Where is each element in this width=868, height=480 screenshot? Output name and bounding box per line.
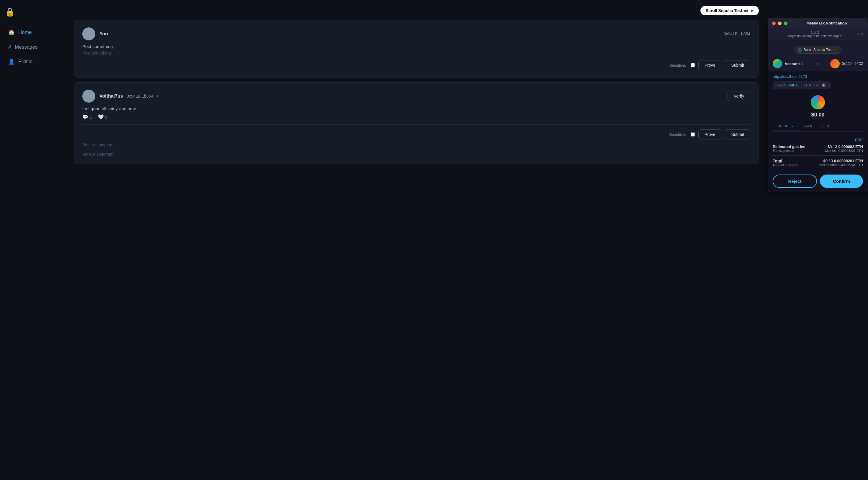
mm-body: http://localhost:5173 0x229...04C2 : LIK… [768, 71, 868, 138]
likes-count: 0 [105, 115, 108, 119]
mm-nav-last-icon[interactable]: » [861, 32, 864, 37]
comment-prove-button[interactable]: Prove [699, 129, 722, 139]
write-comment-input[interactable]: Write a comment [82, 142, 750, 147]
mm-nav-row: 1 of 2 requests waiting to be acknowledg… [768, 28, 868, 40]
metamask-panel: MetaMask Notification 1 of 2 requests wa… [768, 18, 868, 192]
comment-content: feel good all shiny and new [82, 106, 750, 111]
sidebar-item-home[interactable]: 🏠 Home [5, 26, 60, 39]
comment-header: Volthai7us 0x941B...b854 • Verify [82, 90, 750, 103]
mm-total-max-eth: 0.00008201 ETH [838, 163, 863, 167]
comment-author-address: 0x941B...b854 [127, 94, 153, 98]
mm-nav-info: 1 of 2 requests waiting to be acknowledg… [788, 31, 841, 38]
mm-fee-label: Estimated gas fee [773, 145, 805, 149]
mm-fee-max-eth: 0.00008201 ETH [838, 149, 863, 153]
mm-tabs: DETAILS DATA HEX [773, 122, 863, 131]
network-button[interactable]: Scroll Sepolia Testnet ▶ [701, 6, 759, 15]
post-meta: 💬 1 🤍 0 [82, 114, 750, 120]
mm-total-usd: $0.13 [824, 159, 833, 163]
prove-button[interactable]: Prove [699, 60, 722, 70]
write-comment-placeholder: Write a comment [82, 152, 750, 157]
mm-title: MetaMask Notification [790, 21, 864, 25]
mm-info-icon[interactable]: ℹ [822, 83, 826, 87]
sidebar-logo-icon: 🔒 [5, 7, 60, 17]
traffic-light-green[interactable] [784, 22, 787, 25]
mm-account-from: Account 1 [773, 59, 803, 68]
post-author-row: You [82, 27, 108, 40]
mm-total-max: Max amount: 0.00008201 ETH [819, 163, 863, 167]
mm-fee-max: Max fee: 0.00008201 ETH [825, 149, 863, 153]
mm-account-to-avatar [830, 59, 840, 68]
network-button-arrow: ▶ [751, 8, 753, 13]
mm-fee-value: $0.13 0.000082 ETH [825, 145, 863, 149]
mm-footer: Reject Confirm [768, 170, 868, 192]
sidebar-item-messages[interactable]: # Messages [5, 41, 60, 53]
mm-network-label: Scroll Sepolia Testnet [803, 48, 837, 52]
mm-account-arrow-icon: → [814, 61, 819, 67]
confirm-button[interactable]: Confirm [820, 174, 863, 188]
comment-icon: 💬 [82, 114, 88, 120]
network-button-label: Scroll Sepolia Testnet [706, 8, 748, 13]
mm-tab-details[interactable]: DETAILS [773, 122, 798, 131]
mm-nav-info-line2: requests waiting to be acknowledged [788, 34, 841, 38]
post-title: Post something [82, 44, 750, 49]
verify-button[interactable]: Verify [727, 91, 750, 101]
mm-total-eth: 0.00008201 ETH [834, 159, 863, 163]
comment-submit-button[interactable]: Submit [725, 129, 750, 139]
mm-account-from-avatar [773, 59, 782, 68]
mm-edit-button[interactable]: EDIT [773, 138, 863, 142]
likes-meta: 🤍 0 [98, 114, 108, 120]
comment-card: Volthai7us 0x941B...b854 • Verify feel g… [74, 82, 759, 164]
mm-nav-next-icon[interactable]: › [858, 32, 859, 37]
mm-total-row: Total Amount + gas fee $0.13 0.00008201 … [773, 159, 863, 167]
post-actions: Sensitive: Prove Submit [82, 60, 750, 70]
sensitive-label: Sensitive: [669, 63, 686, 67]
reject-button[interactable]: Reject [773, 174, 817, 188]
comment-actions: Sensitive: Prove Submit [82, 129, 750, 139]
topbar: Scroll Sepolia Testnet ▶ [74, 6, 759, 15]
sensitive-checkbox[interactable] [691, 63, 695, 67]
feed: You 0x941B...b854 Post something Post so… [74, 20, 759, 169]
mm-details: EDIT Estimated gas fee Site suggested $0… [768, 138, 868, 170]
mm-account-from-name: Account 1 [784, 62, 803, 66]
traffic-light-red[interactable] [772, 22, 776, 25]
mm-total-label: Total [773, 159, 798, 163]
avatar-volthai7us [82, 90, 95, 103]
mm-fee-usd: $0.13 [828, 145, 837, 149]
post-card: You 0x941B...b854 Post something Post so… [74, 20, 759, 77]
mm-nav-info-line1: 1 of 2 [788, 31, 841, 34]
sidebar-item-profile[interactable]: 👤 Profile [5, 56, 60, 68]
comments-count: 1 [90, 115, 92, 119]
mm-nav-arrows: › » [858, 32, 864, 37]
post-address: 0x941B...b854 [724, 32, 750, 36]
home-icon: 🏠 [8, 29, 15, 36]
sidebar: 🔒 🏠 Home # Messages 👤 Profile [0, 0, 65, 480]
mm-token-amount: $0.00 [773, 112, 863, 118]
comment-sensitive-checkbox[interactable] [691, 132, 695, 136]
sidebar-item-label-messages: Messages [15, 44, 37, 50]
content-area: Scroll Sepolia Testnet ▶ You 0x941B...b8… [65, 0, 768, 480]
sidebar-item-label-profile: Profile [18, 59, 32, 65]
mm-fee-eth: 0.000082 ETH [838, 145, 863, 149]
mm-total-value: $0.13 0.00008201 ETH [819, 159, 863, 163]
mm-tab-hex[interactable]: HEX [817, 122, 834, 131]
traffic-light-yellow[interactable] [778, 22, 781, 25]
mm-account-to-address: 0x229...04C2 [842, 62, 863, 66]
comment-separator: • [157, 93, 159, 98]
comments-meta: 💬 1 [82, 114, 92, 120]
mm-token-logo [811, 95, 825, 109]
submit-button[interactable]: Submit [725, 60, 750, 70]
mm-contract-label: 0x229...04C2 : LIKE POST [777, 83, 819, 87]
mm-account-to: 0x229...04C2 [830, 59, 863, 68]
post-input-placeholder[interactable]: Post something [82, 51, 750, 56]
mm-tab-data[interactable]: DATA [798, 122, 817, 131]
comment-author-row: Volthai7us 0x941B...b854 • [82, 90, 159, 103]
mm-origin: http://localhost:5173 [773, 74, 863, 79]
mm-fee-row: Estimated gas fee Site suggested $0.13 0… [773, 145, 863, 153]
sidebar-item-label-home: Home [18, 30, 32, 35]
mm-contract-badge: 0x229...04C2 : LIKE POST ℹ [773, 81, 830, 89]
comment-author-name: Volthai7us [99, 93, 123, 98]
profile-icon: 👤 [8, 58, 15, 65]
mm-titlebar: MetaMask Notification [768, 18, 868, 28]
mm-network-badge[interactable]: 🌐 Scroll Sepolia Testnet [794, 46, 841, 54]
heart-icon: 🤍 [98, 114, 104, 120]
